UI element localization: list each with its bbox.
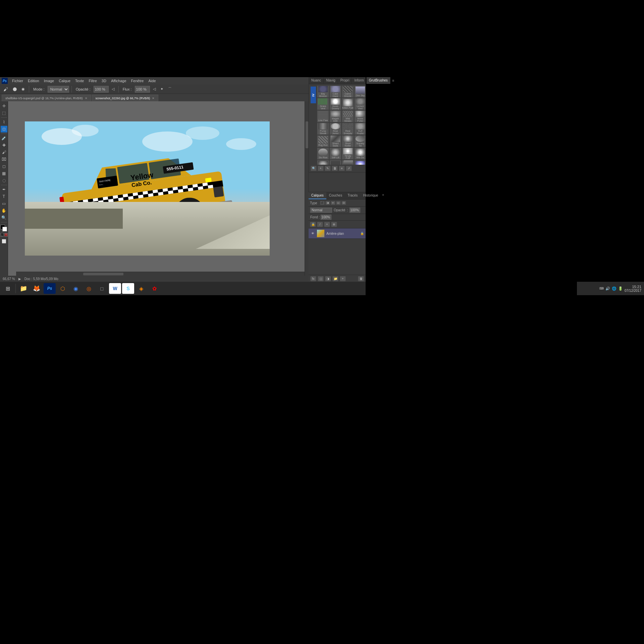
brush-scroll-area[interactable]: Bay Breeze Cake Haze Camo Drizzle Dim Sk… (316, 84, 366, 165)
delete-layer-btn[interactable]: 🗑 (358, 276, 364, 281)
zoom-tool[interactable]: 🔍 (1, 214, 7, 221)
layers-tab-couches[interactable]: Couches (326, 192, 345, 199)
dodge-tool[interactable]: ◌ (1, 177, 7, 184)
brush-salet-glow[interactable]: Salet Glow (354, 160, 366, 165)
h-scroll-thumb[interactable] (83, 273, 123, 275)
quick-mask-btn[interactable]: ☰ (4, 233, 8, 236)
menu-calque[interactable]: Calque (57, 78, 72, 84)
taskbar-app7[interactable]: ◻ (96, 283, 108, 294)
lock-all-icon[interactable]: 🔒 (310, 222, 316, 227)
menu-fichier[interactable]: Fichier (10, 78, 25, 84)
layer-smart-icon[interactable]: ⊡ (341, 201, 346, 205)
brush-shrap[interactable]: Shrap (317, 160, 329, 165)
brush-dim-sky[interactable]: Dim Sky (354, 86, 366, 98)
flux-input[interactable] (135, 86, 150, 93)
new-group-btn[interactable]: 📁 (332, 276, 338, 281)
taskbar-app10[interactable]: ◈ (135, 283, 147, 294)
airbrush-icon[interactable]: ✦ (159, 86, 165, 92)
menu-image[interactable]: Image (42, 78, 56, 84)
brush-real-junior[interactable]: Real Junior (329, 123, 341, 135)
menu-3d[interactable]: 3D (100, 78, 108, 84)
blend-mode-select[interactable]: Normal (310, 208, 332, 213)
pen-tool[interactable]: ✒ (1, 186, 7, 193)
eyedropper-tool[interactable]: 💉 (1, 135, 7, 142)
brush-tool[interactable]: 🖌 (1, 149, 7, 156)
network-icon[interactable]: 🌐 (612, 286, 616, 291)
tab-2-close[interactable]: ✕ (152, 97, 155, 100)
menu-affichage[interactable]: Affichage (109, 78, 128, 84)
layer-visibility-icon[interactable]: 👁 (310, 231, 315, 236)
mode-select[interactable]: Normal Produit Écran (48, 86, 69, 93)
layer-opacity-input[interactable] (350, 208, 360, 213)
v-scroll-thumb[interactable] (306, 121, 308, 148)
brush-sallet-blade[interactable]: Sallet Blade (342, 160, 354, 165)
brush-shard-stalls[interactable]: Shard Stalls (329, 135, 341, 147)
opacity-input[interactable] (94, 86, 109, 93)
panel-tab-navigateur[interactable]: Nlavig (324, 77, 338, 84)
taskbar-photoshop[interactable]: Ps (44, 283, 56, 294)
add-adjustment-btn[interactable]: ◑ (325, 276, 331, 281)
brush-stiff-lilt[interactable]: Stiff Lilt (329, 148, 341, 160)
add-style-btn[interactable]: fx (310, 276, 316, 281)
panel-options-btn[interactable]: ≡ (390, 77, 396, 84)
brush-delete-btn[interactable]: 🗑 (332, 166, 338, 171)
menu-texte[interactable]: Texte (73, 78, 86, 84)
brush-slo-rise[interactable]: Slo Rise (317, 148, 329, 160)
spot-heal-tool[interactable]: ✚ (1, 142, 7, 149)
layer-adj-icon[interactable]: ◑ (325, 201, 330, 205)
brush-pump-streak[interactable]: Pump Streak (317, 123, 329, 135)
battery-icon[interactable]: 🔋 (618, 286, 623, 291)
taskbar-blender[interactable]: ⬡ (57, 283, 69, 294)
lock-pixels-icon[interactable]: / (317, 222, 323, 227)
brush-graph-4g[interactable]: Graph 4G (329, 160, 341, 165)
brush-expand-btn[interactable]: ↗ (346, 166, 352, 171)
taskbar-firefox[interactable]: 🦊 (31, 283, 43, 294)
brush-grass-vent[interactable]: Grass Vent (317, 98, 329, 110)
brush-magelr-dolt[interactable]: Magelr Dolt (329, 110, 341, 122)
taskbar-app11[interactable]: ✿ (148, 283, 160, 294)
shape-tool[interactable]: ▭ (1, 200, 7, 207)
brush-kitten-pyle[interactable]: Kitten Pyle (342, 98, 354, 110)
layers-panel-menu[interactable]: ≡ (381, 192, 385, 199)
background-color[interactable] (2, 227, 7, 231)
brush-search-btn[interactable]: 🔍 (311, 166, 317, 171)
layer-pixel-icon[interactable]: ⬛ (320, 201, 325, 205)
smoothing-icon[interactable]: ⌒ (166, 86, 173, 92)
layers-tab-historique[interactable]: Historique (360, 192, 381, 199)
brush-short-nottle[interactable]: Short Nottle (342, 135, 354, 147)
screen-mode-btn[interactable]: ⬜ (1, 238, 7, 244)
panel-tab-grutbrushes[interactable]: GrutBrushes (367, 77, 390, 84)
new-layer-btn[interactable]: + (340, 276, 346, 281)
brush-lichen-void[interactable]: Lichen Void (354, 98, 366, 110)
brush-real-snaggly[interactable]: Real Snaggly (342, 123, 354, 135)
taskbar-chrome[interactable]: ◉ (70, 283, 82, 294)
brush-add-btn[interactable]: + (318, 166, 324, 171)
taskbar-word[interactable]: W (109, 283, 121, 294)
menu-edition[interactable]: Edition (26, 78, 41, 84)
brush-moke-potter[interactable]: Moke Potter (354, 110, 366, 122)
eraser-tool[interactable]: ◻ (1, 163, 7, 170)
brush-wib-do[interactable]: Wib Do (354, 148, 366, 160)
layers-tab-calques[interactable]: Calques (309, 192, 326, 199)
opacity-slider-icon[interactable]: ◁ (110, 86, 116, 92)
start-button[interactable]: ⊞ (2, 283, 14, 294)
text-tool[interactable]: T (1, 193, 7, 200)
layers-tab-traces[interactable]: Tracés (345, 192, 360, 199)
standard-mode-btn[interactable]: Q (0, 233, 4, 236)
lasso-tool[interactable]: ⌇ (1, 119, 7, 125)
crop-tool[interactable]: ⊡ (1, 126, 7, 132)
clone-tool[interactable]: ⌧ (1, 156, 7, 163)
taskbar-skype[interactable]: S (122, 283, 134, 294)
panel-tab-nuanc[interactable]: Nuanc (309, 77, 324, 84)
brush-sneaky-tie[interactable]: Sneaky Tie (354, 135, 366, 147)
move-tool[interactable]: ✛ (1, 103, 7, 109)
lock-position-icon[interactable]: + (324, 222, 330, 227)
marquee-tool[interactable]: ⬚ (1, 110, 7, 116)
flux-slider-icon[interactable]: ◁ (151, 86, 157, 92)
add-mask-btn[interactable]: ◻ (318, 276, 324, 281)
brush-rug-run[interactable]: Rug Run (317, 135, 329, 147)
brush-camo-drizzle[interactable]: Camo Drizzle (342, 86, 354, 98)
brush-bay-breeze[interactable]: Bay Breeze (317, 86, 329, 98)
taskbar-app6[interactable]: ◎ (83, 283, 95, 294)
tab-1[interactable]: shellbike-VS-supergirl.psd @ 16,7% (Arri… (2, 95, 91, 101)
